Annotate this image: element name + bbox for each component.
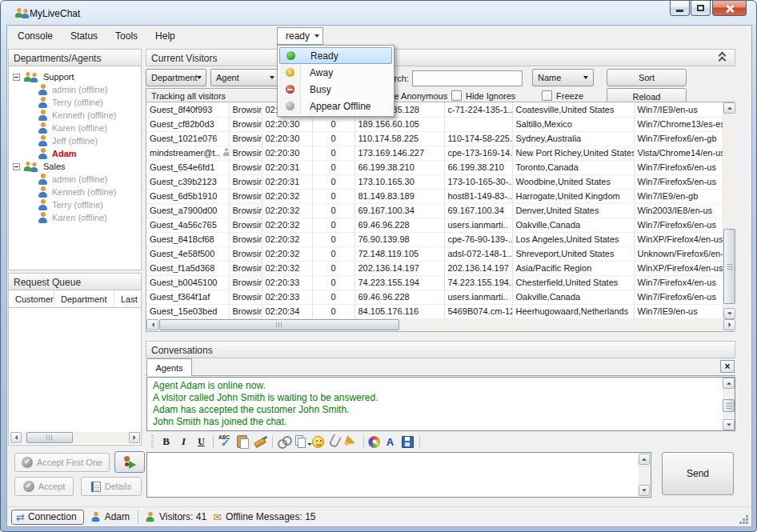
bold-icon[interactable] — [158, 434, 174, 449]
status-menu-item-ready[interactable]: Ready — [279, 47, 392, 64]
sort-button[interactable]: Sort — [607, 69, 687, 86]
agent-status-dropdown[interactable]: ready — [277, 27, 323, 45]
close-conversation-button[interactable]: × — [720, 360, 735, 373]
menu-help[interactable]: Help — [146, 27, 184, 45]
paste-icon[interactable] — [235, 434, 250, 449]
accept-first-one-button[interactable]: Accept First One — [14, 453, 110, 472]
tab-agents[interactable]: Agents — [146, 358, 192, 376]
status-menu-item-busy[interactable]: Busy — [279, 81, 392, 98]
maximize-button[interactable] — [691, 1, 711, 16]
tree-group-support[interactable]: Support — [9, 70, 141, 83]
menu-console[interactable]: Console — [9, 27, 62, 45]
visitors-hscrollbar[interactable] — [146, 319, 735, 331]
table-row[interactable]: Guest_1021e076Browsing02:20:300110.174.5… — [146, 131, 723, 146]
connection-button[interactable]: ⇄ Connection — [11, 510, 84, 525]
font-color-icon[interactable] — [383, 434, 398, 449]
tree-agent-item[interactable]: admin (offline) — [9, 173, 141, 186]
hide-ignores-checkbox[interactable] — [451, 90, 462, 101]
scroll-left-icon[interactable] — [146, 319, 158, 330]
scroll-down-icon[interactable] — [723, 419, 735, 430]
table-row[interactable]: Guest_6d5b1910Browsing02:20:32081.149.83… — [146, 189, 723, 203]
chat-input-vscrollbar[interactable] — [639, 454, 650, 496]
tree-agent-item[interactable]: Terry (offline) — [9, 96, 141, 109]
status-menu-item-appear-offline[interactable]: Appear Offline — [279, 98, 392, 114]
column-department[interactable]: Department — [54, 290, 114, 307]
table-row[interactable]: Guest_cf82b0d3Browsing02:20:300189.156.6… — [146, 117, 723, 131]
table-row[interactable]: Guest_4a56c765Browsing02:20:32069.46.96.… — [146, 218, 723, 232]
messages-vscrollbar[interactable] — [723, 378, 735, 430]
status-menu-item-away[interactable]: Away — [279, 64, 392, 81]
tree-agent-item[interactable]: Terry (offline) — [9, 198, 141, 211]
spellcheck-icon[interactable] — [218, 434, 233, 449]
column-customer[interactable]: Customer — [9, 290, 54, 307]
table-row[interactable]: Guest_15e03bedBrowsing02:20:34084.105.17… — [146, 304, 723, 318]
smiley-icon[interactable] — [312, 436, 324, 448]
collapse-node-icon[interactable] — [13, 163, 20, 170]
copy-icon[interactable] — [294, 434, 310, 449]
tree-agent-item[interactable]: admin (offline) — [9, 83, 141, 96]
table-row[interactable]: Guest_8418cf68Browsing02:20:32076.90.139… — [146, 232, 723, 246]
sort-by-dropdown[interactable]: Name — [532, 69, 594, 86]
scroll-up-icon[interactable] — [639, 454, 650, 465]
underline-icon[interactable] — [194, 434, 209, 449]
queue-hscrollbar[interactable] — [10, 432, 140, 443]
send-button[interactable]: Send — [662, 452, 734, 495]
title-bar[interactable]: MyLiveChat — [1, 1, 756, 25]
tree-agent-item[interactable]: Karen (offline) — [9, 122, 141, 134]
tree-agent-item[interactable]: Kenneth (offline) — [9, 109, 141, 122]
accept-button[interactable]: Accept — [14, 477, 74, 496]
tree-agent-item[interactable]: Kenneth (offline) — [9, 186, 141, 198]
tree-agent-item[interactable]: Adam — [9, 147, 141, 160]
scroll-up-icon[interactable] — [723, 102, 735, 114]
tree-group-sales[interactable]: Sales — [9, 160, 141, 173]
scroll-down-icon[interactable] — [639, 485, 650, 496]
messages-vscrollbar-thumb[interactable] — [723, 399, 735, 412]
visitors-vscrollbar[interactable] — [723, 102, 735, 319]
conversation-messages[interactable]: Agent Adam is online now.A visitor calle… — [146, 377, 735, 431]
table-row[interactable]: Guest_c39b2123Browsing02:20:310173.10.16… — [146, 174, 723, 189]
transfer-visitor-button[interactable] — [114, 451, 145, 473]
table-row[interactable]: Guest_654e6fd1Browsing02:20:31066.199.38… — [146, 160, 723, 174]
minimize-button[interactable] — [670, 1, 690, 16]
table-row[interactable]: Guest_f1a5d368Browsing02:20:320202.136.1… — [146, 261, 723, 275]
attach-icon[interactable] — [326, 434, 342, 449]
registered-visitor-icon — [223, 148, 229, 156]
scroll-up-icon[interactable] — [723, 378, 735, 389]
scroll-right-icon[interactable] — [129, 432, 140, 443]
table-row[interactable]: Guest_a7900d00Browsing02:20:32069.167.10… — [146, 203, 723, 218]
collapse-node-icon[interactable] — [13, 74, 20, 81]
agent-filter-dropdown[interactable]: Agent — [210, 69, 280, 86]
collapse-panel-icon[interactable] — [719, 52, 727, 63]
scroll-down-icon[interactable] — [723, 308, 735, 319]
table-row[interactable]: Guest_b0045100Browsing02:20:33074.223.15… — [146, 275, 723, 290]
tree-agent-item[interactable]: Karen (offline) — [9, 211, 141, 224]
announce-icon[interactable] — [344, 434, 359, 449]
visitors-hscrollbar-thumb[interactable] — [159, 319, 399, 330]
table-row[interactable]: Guest_f364f1afBrowsing02:20:33069.46.96.… — [146, 290, 723, 304]
save-icon[interactable] — [400, 434, 415, 449]
request-queue-list[interactable] — [8, 308, 142, 446]
search-input[interactable] — [412, 70, 523, 86]
menu-tools[interactable]: Tools — [106, 27, 146, 45]
format-painter-icon[interactable] — [253, 434, 268, 449]
italic-icon[interactable] — [176, 434, 191, 449]
column-last[interactable]: Last — [114, 290, 141, 307]
queue-hscrollbar-thumb[interactable] — [26, 432, 73, 443]
tree-group-label: Sales — [43, 162, 66, 171]
resize-grip[interactable] — [746, 522, 748, 524]
close-button[interactable] — [712, 1, 747, 16]
freeze-checkbox[interactable] — [542, 90, 552, 101]
table-row[interactable]: Guest_4e58f500Browsing02:20:32072.148.11… — [146, 246, 723, 261]
chat-input[interactable] — [146, 452, 651, 498]
table-row[interactable]: Guest_8f40f993Browsing02:20:30071.224.13… — [146, 102, 723, 117]
palette-icon[interactable] — [368, 436, 380, 448]
details-button[interactable]: Details — [81, 477, 142, 496]
scroll-left-icon[interactable] — [10, 432, 22, 443]
department-filter-dropdown[interactable]: Department — [146, 69, 206, 86]
visitors-vscrollbar-thumb[interactable] — [723, 229, 735, 304]
table-row[interactable]: mindstreamer@t..Browsing02:20:300173.169… — [146, 146, 723, 160]
scroll-right-icon[interactable] — [723, 319, 735, 330]
tree-agent-item[interactable]: Jeff (offline) — [9, 134, 141, 147]
link-icon[interactable] — [277, 434, 292, 449]
menu-status[interactable]: Status — [62, 27, 106, 45]
